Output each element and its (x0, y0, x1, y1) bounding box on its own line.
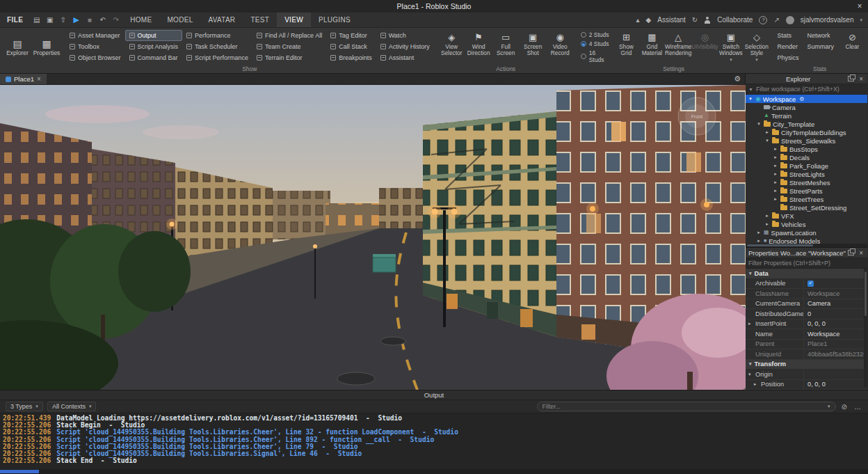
tree-item-endorsed-models[interactable]: ▸■Endorsed Models (746, 237, 867, 244)
summary-button[interactable]: Summary (803, 41, 837, 52)
archivable-checkbox[interactable]: ✓ (807, 281, 814, 287)
breakpoints-button[interactable]: Breakpoints (326, 52, 376, 63)
user-caret-icon[interactable]: ▾ (860, 17, 862, 23)
expand-arrow[interactable]: ▸ (773, 180, 778, 185)
expand-arrow[interactable]: ▸ (773, 188, 778, 193)
open-file-icon[interactable]: ▣ (43, 13, 56, 27)
help-icon[interactable]: ? (759, 16, 767, 24)
watch-button[interactable]: Watch (376, 30, 434, 41)
properties-toggle-button[interactable]: ▦ Properties (32, 30, 61, 65)
find-all-button[interactable]: Find All / Replace All (252, 30, 326, 41)
grid-material-button[interactable]: ▦Grid Material (639, 30, 665, 65)
tab-plugins[interactable]: PLUGINS (311, 13, 358, 27)
call-stack-button[interactable]: Call Stack (326, 41, 376, 52)
contexts-dropdown[interactable]: All Contexts▾ (47, 402, 97, 411)
expand-arrow[interactable]: ▾ (764, 138, 770, 143)
expand-arrow[interactable]: ▸ (756, 230, 762, 235)
new-file-icon[interactable]: ▤ (30, 13, 43, 27)
expand-arrow[interactable]: ▸ (773, 196, 778, 202)
radio-4-studs[interactable]: 4 Studs (581, 40, 611, 47)
log-line[interactable]: 20:22:55.206Stack End - Studio (3, 457, 868, 464)
explorer-close-button[interactable]: × (858, 75, 865, 83)
clear-output-icon[interactable]: ⊘ (840, 403, 849, 411)
collaborate-button[interactable]: Collaborate (717, 16, 753, 24)
tree-item-streets-sidewalks[interactable]: ▾Streets_Sidewalks (746, 136, 867, 145)
collapse-ribbon-icon[interactable]: ▴ (636, 16, 640, 24)
output-filter-input[interactable] (542, 403, 825, 410)
scrollbar-thumb[interactable] (747, 244, 813, 246)
tree-item-streetlights[interactable]: ▸StreetLights (746, 170, 867, 178)
clear-stats-button[interactable]: ⊘Clear (839, 30, 866, 65)
tree-item-spawnlocation[interactable]: ▸▦SpawnLocation (746, 228, 867, 237)
selection-style-button[interactable]: ◇Selection Style▾ (744, 30, 769, 65)
properties-vscrollbar[interactable] (864, 269, 867, 387)
screen-shot-button[interactable]: ▣Screen Shot (520, 30, 547, 65)
explorer-toggle-button[interactable]: ▤ Explorer (3, 30, 32, 65)
tab-avatar[interactable]: AVATAR (201, 13, 243, 27)
tab-home[interactable]: HOME (122, 13, 159, 27)
activity-history-button[interactable]: Activity History (376, 41, 434, 52)
float-window-icon[interactable] (848, 76, 854, 81)
tree-item-vfx[interactable]: ▸VFX (746, 212, 867, 220)
user-avatar[interactable] (786, 16, 794, 24)
view-selector-button[interactable]: ◈View Selector (438, 30, 465, 65)
float-window-icon[interactable] (848, 250, 854, 255)
undo-button[interactable]: ↶ (96, 13, 109, 27)
viewport-3d[interactable]: Front (0, 85, 746, 390)
stats-button[interactable]: Stats (773, 30, 802, 41)
scrollbar-thumb[interactable] (0, 470, 39, 473)
tree-item-citytemplatebuildings[interactable]: ▸CityTemplateBuildings (746, 128, 867, 136)
section-data[interactable]: ▾Data (746, 269, 867, 279)
ui-visibility-button[interactable]: ◎UIVisibility (691, 30, 718, 65)
output-button[interactable]: Output (125, 30, 183, 41)
expand-arrow[interactable]: ▸ (764, 213, 770, 219)
expand-arrow[interactable]: ▸ (773, 163, 778, 168)
render-button[interactable]: Render (773, 41, 802, 52)
section-transform[interactable]: ▾Transform (746, 360, 867, 370)
tree-item-workspace[interactable]: ▾◉Workspace⚙ (746, 95, 867, 103)
tab-close-icon[interactable]: × (37, 75, 41, 83)
expand-arrow[interactable]: ▸ (764, 129, 770, 135)
switch-windows-button[interactable]: ▣Switch Windows▾ (718, 30, 744, 65)
task-scheduler-button[interactable]: Task Scheduler (182, 41, 252, 52)
publish-icon[interactable]: ⇧ (56, 13, 70, 27)
types-dropdown[interactable]: 3 Types▾ (6, 402, 43, 411)
place1-tab[interactable]: Place1 × (0, 74, 47, 84)
expand-arrow[interactable]: ▸ (756, 238, 762, 244)
expand-arrow[interactable]: ▾ (756, 121, 762, 127)
play-button[interactable]: ▶ (70, 13, 83, 27)
assistant-ribbon-button[interactable]: Assistant (376, 52, 434, 63)
script-analysis-button[interactable]: Script Analysis (125, 41, 183, 52)
radio-2-studs[interactable]: 2 Studs (581, 31, 611, 38)
expand-arrow[interactable]: ▸ (773, 146, 778, 152)
redo-button[interactable]: ↷ (109, 13, 122, 27)
full-screen-button[interactable]: ▭Full Screen (492, 30, 520, 65)
radio-16-studs[interactable]: 16 Studs (581, 49, 611, 63)
tree-item-city-template[interactable]: ▾City_Template (746, 120, 867, 128)
expand-arrow[interactable]: ▾ (748, 96, 753, 102)
physics-button[interactable]: Physics (773, 52, 802, 63)
expand-arrow[interactable]: ▸ (773, 155, 778, 160)
properties-filter-input[interactable] (748, 260, 865, 267)
explorer-filter-input[interactable] (756, 86, 865, 93)
tab-model[interactable]: MODEL (159, 13, 200, 27)
scrollbar-thumb[interactable] (865, 271, 867, 316)
window-close-button[interactable]: × (851, 0, 868, 13)
tree-item-streetmeshes[interactable]: ▸StreetMeshes (746, 178, 867, 187)
expand-arrow[interactable]: ▸ (773, 171, 778, 177)
explorer-hscrollbar[interactable] (746, 244, 867, 247)
more-options-icon[interactable]: … (853, 403, 862, 411)
tree-item-terrain[interactable]: ▲Terrain (746, 111, 867, 120)
object-browser-button[interactable]: Object Browser (65, 52, 125, 63)
team-create-button[interactable]: Team Create (252, 41, 326, 52)
share-icon[interactable]: ↗ (773, 16, 779, 24)
stop-button[interactable]: ■ (83, 13, 96, 27)
viewport-settings-gear-icon[interactable]: ⚙ (734, 74, 741, 84)
tag-editor-button[interactable]: Tag Editor (326, 30, 376, 41)
command-bar-button[interactable]: Command Bar (125, 52, 183, 63)
terrain-editor-button[interactable]: Terrain Editor (252, 52, 326, 63)
show-grid-button[interactable]: ⊞Show Grid (613, 30, 639, 65)
tree-item-busstops[interactable]: ▸BusStops (746, 145, 867, 153)
assistant-button[interactable]: Assistant (657, 16, 686, 24)
tree-item-streettrees[interactable]: ▸StreetTrees (746, 195, 867, 203)
